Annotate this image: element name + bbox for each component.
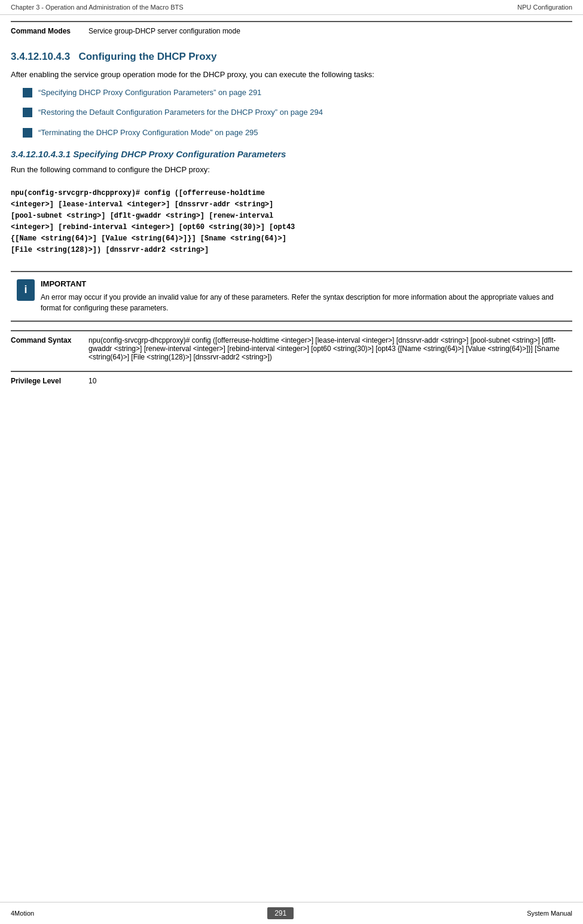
list-item: “Specifying DHCP Proxy Configuration Par… xyxy=(23,87,572,99)
command-syntax-value: npu(config-srvcgrp-dhcpproxy)# config ([… xyxy=(88,336,572,361)
bullet-text-1: “Specifying DHCP Proxy Configuration Par… xyxy=(38,87,261,99)
bullet-icon-1 xyxy=(23,88,32,97)
important-box: i IMPORTANT An error may occur if you pr… xyxy=(11,271,572,322)
privilege-level-value: 10 xyxy=(88,377,572,385)
command-modes-label: Command Modes xyxy=(11,27,88,35)
list-item: “Restoring the Default Configuration Par… xyxy=(23,106,572,118)
bullet-list: “Specifying DHCP Proxy Configuration Par… xyxy=(23,87,572,139)
run-paragraph: Run the following command to configure t… xyxy=(11,164,572,176)
main-content: Command Modes Service group-DHCP server … xyxy=(0,15,583,401)
command-syntax-label: Command Syntax xyxy=(11,336,88,361)
header-left: Chapter 3 - Operation and Administration… xyxy=(11,4,184,11)
privilege-level-row: Privilege Level 10 xyxy=(11,371,572,390)
footer-right: System Manual xyxy=(527,910,572,917)
list-item: “Terminating the DHCP Proxy Configuratio… xyxy=(23,127,572,139)
important-icon: i xyxy=(17,279,35,301)
important-icon-col: i xyxy=(11,279,41,301)
section-number-343: 3.4.12.10.4.3 xyxy=(11,51,70,62)
intro-paragraph: After enabling the service group operati… xyxy=(11,69,572,81)
footer-left: 4Motion xyxy=(11,910,34,917)
sub-section-number: 3.4.12.10.4.3.1 xyxy=(11,149,71,159)
bullet-text-3: “Terminating the DHCP Proxy Configuratio… xyxy=(38,127,258,139)
bullet-icon-3 xyxy=(23,128,32,138)
code-block: npu(config-srvcgrp-dhcpproxy)# config ([… xyxy=(11,182,572,263)
bullet-icon-2 xyxy=(23,108,32,117)
important-title: IMPORTANT xyxy=(41,279,572,288)
footer-page-number: 291 xyxy=(267,907,294,919)
bullet-text-2: “Restoring the Default Configuration Par… xyxy=(38,106,323,118)
section-title-343: Configuring the DHCP Proxy xyxy=(78,51,216,62)
sub-section-title: Specifying DHCP Proxy Configuration Para… xyxy=(73,149,286,159)
command-syntax-row: Command Syntax npu(config-srvcgrp-dhcppr… xyxy=(11,330,572,366)
command-modes-value: Service group-DHCP server configuration … xyxy=(88,27,572,35)
important-content: IMPORTANT An error may occur if you prov… xyxy=(41,279,572,313)
page-footer: 4Motion 291 System Manual xyxy=(0,902,583,924)
section-heading-343: 3.4.12.10.4.3 Configuring the DHCP Proxy xyxy=(11,51,572,63)
page-header: Chapter 3 - Operation and Administration… xyxy=(0,0,583,15)
command-modes-row: Command Modes Service group-DHCP server … xyxy=(11,21,572,40)
privilege-level-label: Privilege Level xyxy=(11,377,88,385)
code-text: npu(config-srvcgrp-dhcpproxy)# config ([… xyxy=(11,188,572,257)
sub-section-heading: 3.4.12.10.4.3.1 Specifying DHCP Proxy Co… xyxy=(11,149,572,159)
important-text: An error may occur if you provide an inv… xyxy=(41,292,572,313)
header-right: NPU Configuration xyxy=(517,4,572,11)
